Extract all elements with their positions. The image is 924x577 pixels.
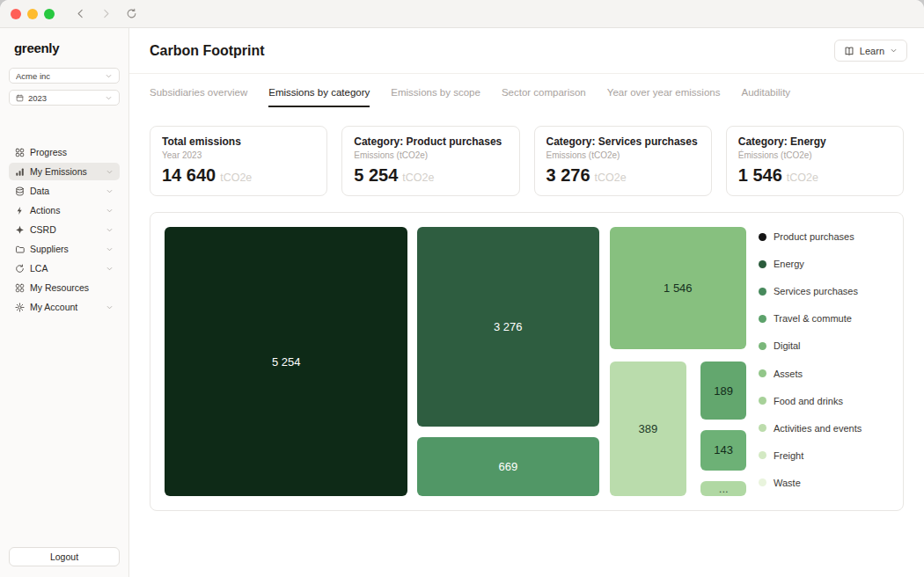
chevron-down-icon [106, 168, 114, 176]
tab-subsidiaries-overview[interactable]: Subsidiaries overview [150, 87, 247, 107]
chevron-down-icon [105, 94, 113, 102]
organization-select[interactable]: Acme inc [9, 68, 120, 84]
legend-item-product-purchases: Product purchases [759, 231, 889, 242]
window-titlebar [0, 0, 924, 28]
page-title: Carbon Footprint [150, 43, 265, 59]
legend-item-services-purchases: Services purchases [759, 286, 889, 296]
forward-icon[interactable] [100, 8, 112, 19]
tab-sector-comparison[interactable]: Sector comparison [502, 87, 586, 107]
sidebar-item-label: LCA [30, 263, 48, 274]
chevron-down-icon [106, 207, 114, 215]
tab-emissions-by-category[interactable]: Emissions by category [268, 87, 370, 107]
legend-dot [759, 369, 766, 377]
chevron-down-icon [106, 303, 114, 311]
zoom-button[interactable] [44, 9, 55, 19]
sidebar-item-my-resources[interactable]: My Resources [9, 279, 120, 296]
legend-label: Food and drinks [774, 396, 843, 406]
stat-card-total-emissions: Total emissionsYear 202314 640tCO2e [150, 126, 327, 196]
sidebar-item-suppliers[interactable]: Suppliers [9, 240, 120, 258]
treemap-block[interactable]: 189 [700, 362, 746, 420]
stat-card-subtitle: Émissions (tCO2e) [738, 150, 891, 160]
logout-button[interactable]: Logout [9, 547, 120, 566]
legend-dot [759, 233, 766, 241]
tab-auditability[interactable]: Auditability [741, 87, 790, 107]
treemap-block-value: 389 [638, 422, 657, 435]
sidebar-item-my-account[interactable]: My Account [9, 298, 120, 316]
stat-card-subtitle: Year 2023 [162, 150, 315, 160]
sidebar-item-label: My Emissions [30, 166, 87, 177]
legend-dot [759, 288, 766, 296]
legend-label: Digital [774, 340, 801, 351]
emissions-chart-card: 5 2543 2766691 546389189143... Product p… [150, 212, 904, 511]
sidebar-item-label: My Resources [30, 282, 89, 293]
stat-card-number: 1 546 [738, 165, 782, 186]
chevron-down-icon [106, 245, 114, 253]
stat-cards-row: Total emissionsYear 202314 640tCO2eCateg… [129, 107, 924, 196]
sidebar-item-data[interactable]: Data [9, 182, 120, 200]
chevron-down-icon [106, 226, 114, 234]
sidebar-item-actions[interactable]: Actions [9, 201, 120, 219]
sidebar-item-progress[interactable]: Progress [9, 143, 120, 161]
stat-card-category-energy: Category: EnergyÉmissions (tCO2e)1 546tC… [726, 126, 904, 196]
main-content: Carbon Footprint Learn Subsidiaries over… [129, 28, 924, 577]
sidebar-spacer [9, 316, 120, 547]
close-button[interactable] [11, 9, 21, 19]
stat-card-title: Category: Product purchases [354, 135, 507, 148]
squares-icon [15, 283, 25, 293]
book-icon [844, 46, 854, 56]
chevron-down-icon [105, 72, 113, 80]
stat-card-value: 14 640tCO2e [162, 165, 315, 186]
legend-label: Freight [774, 450, 803, 461]
organization-select-value: Acme inc [16, 71, 100, 81]
legend-dot [759, 342, 766, 350]
legend-item-activities-and-events: Activities and events [759, 423, 889, 434]
learn-button-label: Learn [860, 46, 884, 56]
legend-label: Services purchases [774, 286, 858, 296]
treemap-block-value: 189 [714, 384, 733, 398]
treemap: 5 2543 2766691 546389189143... [165, 227, 746, 496]
stat-card-category-product-purchases: Category: Product purchasesEmissions (tC… [341, 126, 519, 196]
sidebar-item-my-emissions[interactable]: My Emissions [9, 163, 120, 180]
treemap-block-value: 1 546 [664, 281, 693, 295]
stat-card-number: 5 254 [354, 165, 398, 186]
treemap-block[interactable]: 1 546 [610, 227, 746, 349]
treemap-block-value: 5 254 [272, 355, 301, 369]
sidebar-item-csrd[interactable]: CSRD [9, 221, 120, 238]
tab-year-over-year-emissions[interactable]: Year over year emissions [607, 87, 721, 107]
recycle-icon [15, 264, 25, 274]
minimize-button[interactable] [27, 9, 38, 19]
year-select[interactable]: 2023 [9, 90, 120, 106]
legend-dot [759, 397, 766, 405]
legend-label: Product purchases [774, 231, 854, 242]
treemap-block[interactable]: 3 276 [417, 227, 599, 427]
treemap-block-value: 143 [714, 443, 733, 456]
stat-card-title: Total emissions [162, 135, 315, 148]
treemap-block[interactable]: ... [700, 481, 746, 496]
stat-card-unit: tCO2e [220, 172, 252, 184]
sidebar: greenly Acme inc 2023 ProgressMy Emissio… [0, 28, 129, 577]
browser-nav-buttons [75, 8, 137, 19]
treemap-block[interactable]: 5 254 [165, 227, 407, 496]
legend-item-waste: Waste [759, 478, 889, 488]
database-icon [15, 186, 25, 196]
legend-dot [759, 260, 766, 268]
app-window: greenly Acme inc 2023 ProgressMy Emissio… [0, 0, 924, 577]
legend-item-food-and-drinks: Food and drinks [759, 396, 889, 406]
treemap-block[interactable]: 669 [417, 437, 599, 496]
stat-card-number: 14 640 [162, 165, 216, 186]
treemap-block[interactable]: 389 [610, 362, 686, 496]
year-select-value: 2023 [28, 93, 100, 103]
sidebar-item-lca[interactable]: LCA [9, 259, 120, 277]
app-body: greenly Acme inc 2023 ProgressMy Emissio… [0, 28, 924, 577]
reload-icon[interactable] [126, 8, 137, 19]
treemap-block[interactable]: 143 [700, 430, 746, 471]
back-icon[interactable] [75, 8, 86, 19]
bar-chart-icon [15, 167, 25, 177]
gear-icon [15, 303, 25, 312]
legend-item-digital: Digital [759, 340, 889, 351]
sidebar-item-label: Progress [30, 147, 67, 157]
window-controls [11, 9, 55, 19]
chevron-down-icon [106, 187, 114, 195]
tab-emissions-by-scope[interactable]: Emissions by scope [391, 87, 480, 107]
learn-button[interactable]: Learn [834, 40, 907, 62]
